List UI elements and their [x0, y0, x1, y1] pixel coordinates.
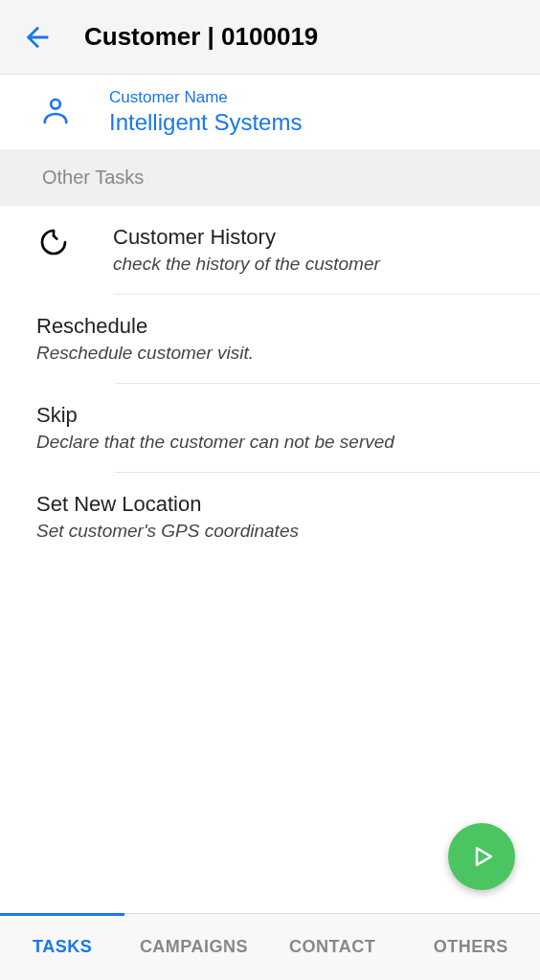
task-text: Reschedule Reschedule customer visit. [36, 314, 254, 364]
task-title: Set New Location [36, 492, 299, 517]
task-title: Skip [36, 403, 394, 428]
task-desc: check the history of the customer [113, 254, 380, 275]
task-title: Reschedule [36, 314, 254, 339]
task-desc: Set customer's GPS coordinates [36, 521, 299, 542]
customer-name-value: Intelligent Systems [109, 109, 302, 136]
task-set-location[interactable]: Set New Location Set customer's GPS coor… [0, 473, 540, 561]
person-icon [38, 94, 73, 128]
play-fab-button[interactable] [448, 823, 515, 890]
task-text: Customer History check the history of th… [113, 225, 380, 275]
app-header: Customer | 0100019 [0, 0, 540, 75]
page-title: Customer | 0100019 [84, 22, 318, 52]
tab-campaigns[interactable]: CAMPAIGNS [124, 914, 263, 980]
task-text: Skip Declare that the customer can not b… [36, 403, 394, 453]
task-desc: Reschedule customer visit. [36, 343, 254, 364]
customer-summary[interactable]: Customer Name Intelligent Systems [0, 75, 540, 149]
tab-tasks[interactable]: TASKS [0, 914, 124, 980]
customer-name-label: Customer Name [109, 88, 302, 107]
tab-contact[interactable]: CONTACT [263, 914, 402, 980]
task-skip[interactable]: Skip Declare that the customer can not b… [0, 384, 540, 472]
task-title: Customer History [113, 225, 380, 250]
task-customer-history[interactable]: Customer History check the history of th… [0, 206, 540, 294]
bottom-nav: TASKS CAMPAIGNS CONTACT OTHERS [0, 913, 540, 980]
task-list: Customer History check the history of th… [0, 206, 540, 561]
task-reschedule[interactable]: Reschedule Reschedule customer visit. [0, 295, 540, 383]
task-text: Set New Location Set customer's GPS coor… [36, 492, 299, 542]
customer-info: Customer Name Intelligent Systems [109, 88, 302, 136]
back-button[interactable] [21, 21, 54, 54]
section-header-other-tasks: Other Tasks [0, 149, 540, 206]
history-icon [38, 227, 69, 257]
tab-others[interactable]: OTHERS [401, 914, 540, 980]
svg-point-0 [51, 100, 60, 109]
task-desc: Declare that the customer can not be ser… [36, 432, 394, 453]
